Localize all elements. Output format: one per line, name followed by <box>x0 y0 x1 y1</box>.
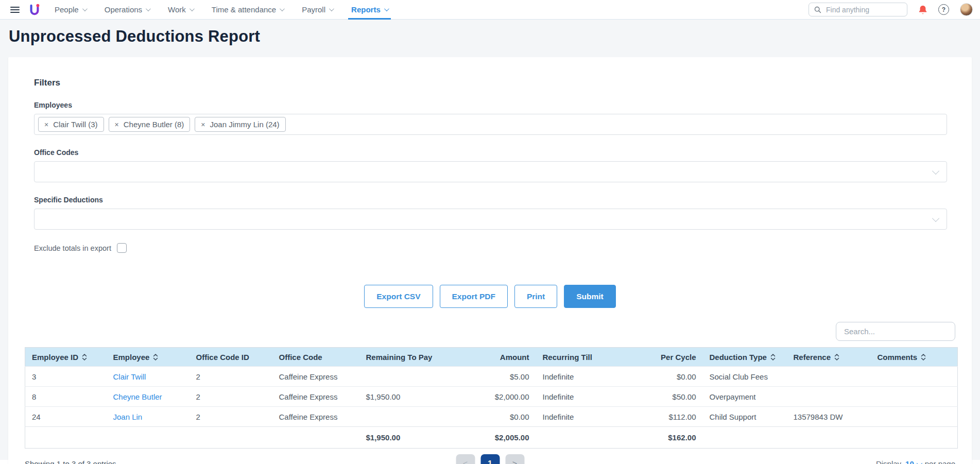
chevron-down-icon <box>917 460 922 464</box>
pagination: < 1 > <box>456 454 524 464</box>
cell-recurring-till: Indefinite <box>536 407 632 427</box>
col-reference[interactable]: Reference <box>787 348 871 367</box>
employees-label: Employees <box>34 101 947 109</box>
sort-icon[interactable] <box>82 353 87 361</box>
report-card: Filters Employees × Clair Twill (3) × Ch… <box>8 57 972 464</box>
table-row: 8 Cheyne Butler 2 Caffeine Express $1,95… <box>25 387 958 407</box>
remove-tag-icon[interactable]: × <box>201 121 205 128</box>
sort-icon[interactable] <box>921 353 926 361</box>
top-navigation-bar: People Operations Work Time & attendance… <box>0 0 980 20</box>
notification-bell-icon[interactable] <box>918 5 927 15</box>
column-label: Reference <box>794 353 831 362</box>
cell-employee: Cheyne Butler <box>107 387 190 407</box>
cell-per-cycle: $0.00 <box>632 367 703 387</box>
employees-multiselect[interactable]: × Clair Twill (3) × Cheyne Butler (8) × … <box>34 114 947 135</box>
cell-deduction-type: Social Club Fees <box>703 367 787 387</box>
exclude-totals-checkbox[interactable] <box>117 243 127 253</box>
app-background: People Operations Work Time & attendance… <box>0 0 980 460</box>
cell-reference: 13579843 DW <box>787 407 871 427</box>
table-search-input[interactable] <box>836 322 955 341</box>
cell-employee-id: 24 <box>25 407 107 427</box>
total-remaining-to-pay: $1,950.00 <box>359 427 446 449</box>
col-comments[interactable]: Comments <box>871 348 958 367</box>
chevron-down-icon <box>280 6 285 11</box>
cell-amount: $5.00 <box>446 367 536 387</box>
current-page-button[interactable]: 1 <box>480 454 500 464</box>
remove-tag-icon[interactable]: × <box>44 121 48 128</box>
employee-tag-label: Clair Twill (3) <box>53 120 97 129</box>
chevron-down-icon <box>932 167 939 175</box>
uzio-logo-icon[interactable] <box>29 4 40 16</box>
cell-office-code-id: 2 <box>190 367 272 387</box>
user-avatar[interactable] <box>960 3 973 16</box>
prev-page-button[interactable]: < <box>456 454 475 464</box>
specific-deductions-select[interactable] <box>34 209 947 230</box>
cell-office-code: Caffeine Express <box>272 407 359 427</box>
chevron-down-icon <box>932 215 939 222</box>
help-icon[interactable]: ? <box>938 4 949 15</box>
per-page-label: per page <box>925 459 955 464</box>
column-label: Recurring Till <box>543 353 592 362</box>
nav-item-people[interactable]: People <box>55 0 86 20</box>
nav-item-operations[interactable]: Operations <box>105 0 149 20</box>
cell-employee: Clair Twill <box>107 367 190 387</box>
nav-item-label: Payroll <box>302 5 325 14</box>
table-search-row <box>25 322 955 341</box>
exclude-totals-row: Exclude totals in export <box>34 243 947 253</box>
page-size-dropdown[interactable]: 10 <box>905 459 921 464</box>
specific-deductions-label: Specific Deductions <box>34 196 947 204</box>
sort-icon[interactable] <box>153 353 158 361</box>
nav-item-label: Work <box>168 5 186 14</box>
employee-link[interactable]: Clair Twill <box>113 372 146 381</box>
table-footer: Showing 1 to 3 of 3 entries < 1 > Displa… <box>25 459 955 464</box>
chevron-down-icon <box>190 6 195 11</box>
filters-heading: Filters <box>34 78 947 88</box>
export-pdf-button[interactable]: Export PDF <box>440 285 508 308</box>
next-page-button[interactable]: > <box>505 454 524 464</box>
nav-item-time-attendance[interactable]: Time & attendance <box>212 0 283 20</box>
cell-per-cycle: $50.00 <box>632 387 703 407</box>
cell-amount: $2,000.00 <box>446 387 536 407</box>
nav-item-reports[interactable]: Reports <box>351 0 388 20</box>
nav-item-work[interactable]: Work <box>168 0 193 20</box>
table-row: 24 Joan Lin 2 Caffeine Express $0.00 Ind… <box>25 407 958 427</box>
nav-item-payroll[interactable]: Payroll <box>302 0 333 20</box>
cell-office-code-id: 2 <box>190 387 272 407</box>
col-employee-id[interactable]: Employee ID <box>25 348 107 367</box>
column-label: Amount <box>500 353 529 362</box>
sort-icon[interactable] <box>770 353 776 361</box>
filters-section: Filters Employees × Clair Twill (3) × Ch… <box>8 78 972 253</box>
cell-employee: Joan Lin <box>107 407 190 427</box>
cell-reference <box>787 367 871 387</box>
col-office-code-id: Office Code ID <box>190 348 272 367</box>
nav-item-label: Reports <box>351 5 381 14</box>
hamburger-menu-icon[interactable] <box>10 7 20 13</box>
export-csv-button[interactable]: Export CSV <box>364 285 433 308</box>
total-amount: $2,005.00 <box>446 427 536 449</box>
remove-tag-icon[interactable]: × <box>115 121 119 128</box>
chevron-down-icon <box>329 6 334 11</box>
nav-item-label: People <box>55 5 79 14</box>
col-amount: Amount <box>446 348 536 367</box>
cell-amount: $0.00 <box>446 407 536 427</box>
print-button[interactable]: Print <box>514 285 557 308</box>
showing-entries-text: Showing 1 to 3 of 3 entries <box>25 459 116 464</box>
cell-office-code: Caffeine Express <box>272 367 359 387</box>
help-glyph: ? <box>942 6 945 13</box>
col-deduction-type[interactable]: Deduction Type <box>703 348 787 367</box>
col-recurring-till: Recurring Till <box>536 348 632 367</box>
sort-icon[interactable] <box>834 353 839 361</box>
cell-remaining-to-pay <box>359 407 446 427</box>
office-codes-select[interactable] <box>34 161 947 182</box>
employee-link[interactable]: Cheyne Butler <box>113 392 162 401</box>
submit-button[interactable]: Submit <box>564 285 616 308</box>
employee-tag-label: Cheyne Butler (8) <box>124 120 184 129</box>
employee-link[interactable]: Joan Lin <box>113 413 143 421</box>
cell-recurring-till: Indefinite <box>536 387 632 407</box>
column-label: Remaining To Pay <box>366 353 433 362</box>
global-search-box[interactable] <box>809 3 907 16</box>
exclude-totals-label: Exclude totals in export <box>34 244 111 252</box>
global-search-input[interactable] <box>826 6 898 14</box>
cell-comments <box>871 367 958 387</box>
col-employee[interactable]: Employee <box>107 348 190 367</box>
